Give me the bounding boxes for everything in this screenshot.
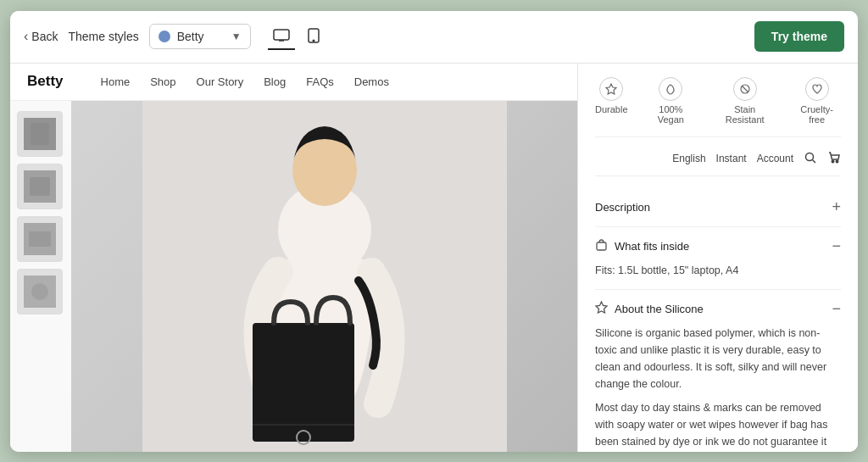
silicone-title: About the Silicone [595, 301, 704, 316]
svg-point-4 [313, 40, 314, 42]
product-thumbnails [10, 101, 71, 452]
durable-label: Durable [595, 104, 628, 114]
chevron-down-icon: ▼ [231, 31, 242, 42]
product-illustration [142, 101, 507, 452]
svg-rect-8 [30, 177, 50, 196]
product-main-image [71, 101, 577, 452]
svg-rect-25 [597, 242, 606, 250]
badge-stain: Stain Resistant [714, 77, 776, 125]
theme-dropdown[interactable]: Betty ▼ [149, 24, 251, 49]
silicone-icon [595, 301, 608, 316]
sub-nav-english[interactable]: English [672, 153, 705, 164]
svg-rect-10 [29, 231, 51, 247]
nav-blog[interactable]: Blog [264, 75, 286, 88]
try-theme-button[interactable]: Try theme [754, 21, 844, 52]
theme-styles-label: Theme styles [68, 30, 138, 43]
badge-durable: Durable [595, 77, 628, 125]
thumbnail-2[interactable] [17, 164, 63, 209]
silicone-content: Silicone is organic based polymer, which… [595, 318, 841, 452]
cart-icon[interactable] [827, 151, 841, 167]
thumbnail-4[interactable] [17, 269, 63, 314]
store-body [10, 101, 577, 452]
store-nav: Betty Home Shop Our Story Blog FAQs Demo… [10, 64, 577, 101]
silicone-text-1: Silicone is organic based polymer, which… [595, 325, 841, 392]
nav-demos[interactable]: Demos [354, 75, 389, 88]
back-arrow-icon: ‹ [24, 29, 28, 44]
what-fits-text: Fits: 1.5L bottle, 15" laptop, A4 [595, 262, 841, 279]
nav-faqs[interactable]: FAQs [306, 75, 334, 88]
svg-point-24 [836, 160, 837, 162]
vegan-label: 100% Vegan [645, 104, 698, 125]
bag-icon [595, 238, 608, 253]
thumbnail-1[interactable] [17, 111, 63, 157]
svg-point-21 [806, 153, 814, 160]
desktop-view-button[interactable] [268, 23, 295, 50]
durable-icon [599, 77, 623, 101]
vegan-icon [659, 77, 682, 101]
description-accordion: Description + [595, 188, 841, 227]
product-details-panel: Durable 100% Vegan [578, 64, 858, 452]
description-accordion-header[interactable]: Description + [595, 198, 841, 216]
what-fits-accordion: What fits inside − Fits: 1.5L bottle, 15… [595, 227, 841, 290]
theme-color-dot [159, 31, 170, 42]
store-sub-nav: English Instant Account [595, 151, 841, 176]
nav-our-story[interactable]: Our Story [197, 75, 244, 88]
svg-rect-6 [31, 123, 49, 145]
top-bar: ‹ Back Theme styles Betty ▼ [10, 11, 858, 64]
svg-rect-0 [274, 30, 289, 40]
silicone-accordion: About the Silicone − Silicone is organic… [595, 290, 841, 452]
main-content: Betty Home Shop Our Story Blog FAQs Demo… [10, 64, 858, 452]
product-image-background [71, 101, 577, 452]
what-fits-title: What fits inside [595, 238, 689, 253]
store-preview: Betty Home Shop Our Story Blog FAQs Demo… [10, 64, 578, 452]
sub-nav-instant[interactable]: Instant [716, 153, 747, 164]
theme-dropdown-value: Betty [177, 30, 204, 43]
stain-label: Stain Resistant [714, 104, 776, 125]
back-button[interactable]: ‹ Back [24, 29, 58, 44]
silicone-text-2: Most day to day stains & marks can be re… [595, 399, 841, 452]
svg-line-20 [742, 86, 748, 92]
mobile-view-button[interactable] [300, 23, 327, 50]
cruelty-icon [805, 77, 829, 101]
svg-line-22 [813, 159, 816, 163]
thumbnail-3[interactable] [17, 216, 63, 262]
what-fits-accordion-header[interactable]: What fits inside − [595, 237, 841, 255]
silicone-accordion-header[interactable]: About the Silicone − [595, 300, 841, 318]
badge-cruelty: Cruelty-free [793, 77, 841, 125]
sub-nav-account[interactable]: Account [757, 153, 793, 164]
svg-point-12 [31, 283, 48, 300]
svg-point-23 [832, 160, 833, 162]
badge-vegan: 100% Vegan [645, 77, 698, 125]
what-fits-toggle-icon: − [832, 237, 841, 255]
back-label: Back [31, 30, 58, 43]
store-name: Betty [27, 73, 64, 90]
nav-home[interactable]: Home [101, 75, 131, 88]
description-title: Description [595, 201, 650, 214]
search-icon[interactable] [804, 151, 817, 167]
silicone-toggle-icon: − [832, 300, 841, 318]
description-toggle-icon: + [832, 198, 841, 216]
nav-shop[interactable]: Shop [150, 75, 175, 88]
product-badges: Durable 100% Vegan [595, 77, 841, 137]
stain-icon [733, 77, 757, 101]
what-fits-content: Fits: 1.5L bottle, 15" laptop, A4 [595, 255, 841, 279]
cruelty-label: Cruelty-free [793, 104, 841, 125]
device-toggle-group [268, 23, 327, 50]
